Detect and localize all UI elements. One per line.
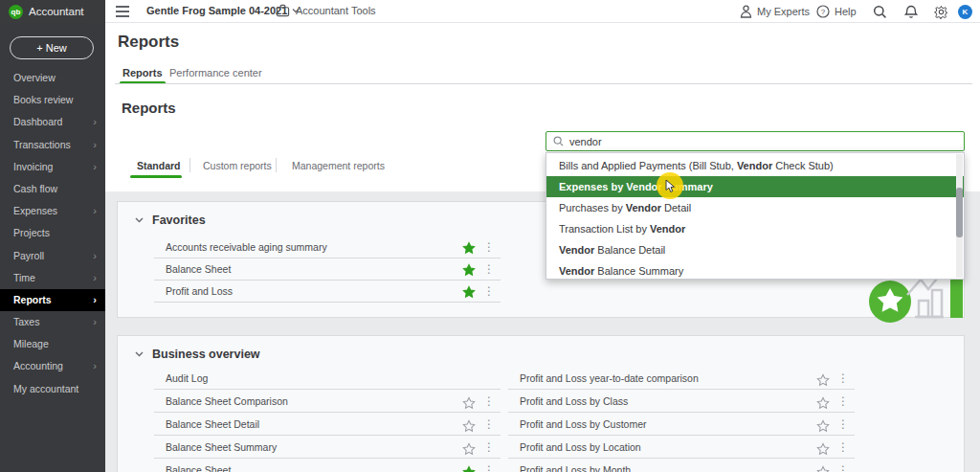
search-button[interactable] [873,0,887,23]
kebab-menu-icon[interactable]: ⋮ [483,413,495,436]
report-row[interactable]: Profit and Loss by Class⋮ [508,390,855,413]
sidebar-item-invoicing[interactable]: Invoicing› [0,156,105,178]
report-row[interactable]: Profit and Loss by Location⋮ [508,436,855,459]
chevron-right-icon: › [93,134,97,156]
section-title: Reports [122,100,176,116]
search-suggestions-dropdown: Bills and Applied Payments (Bill Stub, V… [546,152,965,280]
sidebar-item-dashboard[interactable]: Dashboard› [0,111,105,133]
search-suggestion[interactable]: Transaction List by Vendor [546,218,964,239]
new-button[interactable]: + New [10,36,94,59]
kebab-menu-icon[interactable]: ⋮ [837,390,849,413]
suggestion-list: Bills and Applied Payments (Bill Stub, V… [546,153,964,281]
sidebar-item-payroll[interactable]: Payroll› [0,245,105,267]
star-outline-icon[interactable] [816,417,830,431]
report-row[interactable]: Profit and Loss by Month⋮ [508,459,855,472]
sidebar-item-cash-flow[interactable]: Cash flow [0,178,105,200]
dropdown-scrollbar-thumb[interactable] [956,188,963,237]
report-row[interactable]: Balance Sheet Summary⋮ [154,436,501,459]
sidebar-item-label: Transactions [13,139,71,150]
sidebar-item-my-accountant[interactable]: My accountant [0,378,105,400]
search-suggestion[interactable]: Expenses by Vendor Summary [546,176,964,197]
star-outline-icon[interactable] [816,440,830,454]
mouse-cursor [657,172,683,199]
sidebar-nav: OverviewBooks reviewDashboard›Transactio… [0,67,105,400]
star-outline-icon[interactable] [816,371,830,385]
favorite-star-icon[interactable] [462,284,476,298]
report-name: Profit and Loss by Customer [508,418,646,430]
report-row[interactable]: Balance Sheet Detail⋮ [154,413,501,436]
sidebar-item-projects[interactable]: Projects [0,222,105,244]
search-suggestion[interactable]: Purchases by Vendor Detail [546,197,964,218]
kebab-menu-icon[interactable]: ⋮ [483,281,495,303]
sidebar-item-mileage[interactable]: Mileage [0,333,105,355]
report-search-input[interactable]: vendor [546,131,965,151]
kebab-menu-icon[interactable]: ⋮ [837,367,849,390]
suggestion-text: Vendor [559,244,594,256]
my-experts-button[interactable]: My Experts [740,0,810,23]
settings-button[interactable] [934,0,948,23]
kebab-menu-icon[interactable]: ⋮ [483,236,495,258]
report-name: Profit and Loss by Location [508,441,641,453]
chevron-right-icon: › [93,311,97,333]
report-row[interactable]: Profit and Loss⋮ [154,281,501,303]
sidebar-item-reports[interactable]: Reports› [0,289,105,311]
suggestion-text: Purchases by [559,202,626,214]
kebab-menu-icon[interactable]: ⋮ [483,258,495,281]
suggestion-text: Balance Summary [594,265,683,277]
sidebar-item-accounting[interactable]: Accounting› [0,355,105,377]
favorite-star-icon[interactable] [462,262,476,276]
suggestion-text: Check Stub) [772,160,834,171]
report-row[interactable]: Profit and Loss year-to-date comparison⋮ [508,367,855,390]
tab-custom-reports[interactable]: Custom reports [203,160,272,171]
kebab-menu-icon[interactable]: ⋮ [483,436,495,459]
user-avatar[interactable]: K [958,0,972,23]
favorite-star-icon[interactable] [462,463,476,472]
help-button[interactable]: ? Help [816,0,857,23]
bell-icon [904,5,918,19]
accountant-tools-button[interactable]: Accountant Tools [276,4,376,17]
hamburger-menu-icon[interactable] [116,6,129,17]
report-row[interactable]: Balance Sheet⋮ [154,258,501,281]
tab-reports[interactable]: Reports [122,67,163,79]
sidebar-item-time[interactable]: Time› [0,267,105,289]
business-overview-right-rows: Profit and Loss year-to-date comparison⋮… [508,367,855,472]
report-row[interactable]: Accounts receivable aging summary⋮ [154,236,501,258]
search-suggestion[interactable]: Vendor Balance Detail [546,239,964,260]
tab-performance-center[interactable]: Performance center [169,67,262,79]
business-overview-header[interactable]: Business overview [135,348,260,361]
star-outline-icon[interactable] [462,394,476,408]
sidebar-item-transactions[interactable]: Transactions› [0,134,105,156]
kebab-menu-icon[interactable]: ⋮ [837,459,849,472]
sidebar-item-taxes[interactable]: Taxes› [0,311,105,333]
search-suggestion[interactable]: Bills and Applied Payments (Bill Stub, V… [546,155,964,176]
active-report-tab-underline [130,175,182,178]
kebab-menu-icon[interactable]: ⋮ [483,459,495,472]
suggestion-text: Vendor [559,265,594,277]
kebab-menu-icon[interactable]: ⋮ [837,413,849,436]
notifications-button[interactable] [904,0,918,23]
star-outline-icon[interactable] [462,440,476,454]
sidebar-item-expenses[interactable]: Expenses› [0,200,105,222]
report-row[interactable]: Balance Sheet⋮ [154,459,501,472]
top-bar: qb Accountant Gentle Frog Sample 04-2021… [0,0,980,23]
star-outline-icon[interactable] [816,463,830,472]
report-name: Balance Sheet Summary [154,441,277,453]
sidebar-item-books-review[interactable]: Books review [0,89,105,111]
tab-standard[interactable]: Standard [137,160,181,171]
star-outline-icon[interactable] [816,394,830,408]
kebab-menu-icon[interactable]: ⋮ [483,390,495,413]
tab-management-reports[interactable]: Management reports [292,160,385,171]
sidebar-item-label: Reports [13,294,52,305]
suggestion-text: Vendor [626,202,661,214]
star-outline-icon[interactable] [462,417,476,431]
search-suggestion[interactable]: Vendor Balance Summary [546,260,964,281]
report-row[interactable]: Profit and Loss by Customer⋮ [508,413,855,436]
brand-label: Accountant [29,6,84,17]
sidebar-item-overview[interactable]: Overview [0,67,105,89]
report-name: Profit and Loss by Month [508,464,631,472]
report-row[interactable]: Balance Sheet Comparison⋮ [154,390,501,413]
favorites-header[interactable]: Favorites [135,214,206,227]
kebab-menu-icon[interactable]: ⋮ [837,436,849,459]
favorite-star-icon[interactable] [462,240,476,254]
report-row[interactable]: Audit Log [154,367,501,390]
